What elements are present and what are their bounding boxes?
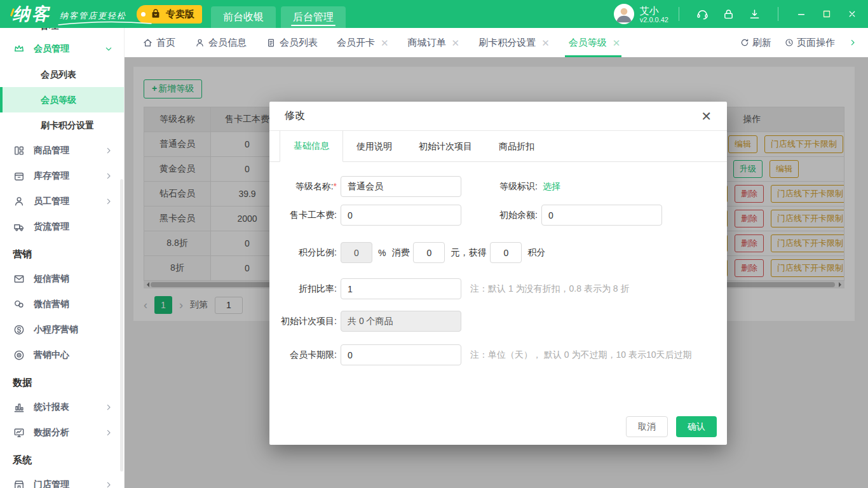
chevron-right-icon (104, 480, 114, 488)
card-term-note: 注：单位（天）， 默认 0 为不过期，10 表示10天后过期 (470, 349, 692, 361)
crown-icon (13, 43, 25, 55)
modal-close-icon[interactable]: ✕ (701, 110, 712, 123)
topnav-前台收银[interactable]: 前台收银 (211, 6, 276, 28)
confirm-button[interactable]: 确认 (676, 416, 717, 437)
modal-tab-使用说明[interactable]: 使用说明 (343, 131, 405, 162)
modal-tabs: 基础信息使用说明初始计次项目商品折扣 (269, 131, 727, 162)
user-name: 艾小 (640, 5, 668, 16)
tab-会员列表[interactable]: 会员列表 (266, 28, 318, 57)
topnav-后台管理[interactable]: 后台管理 (281, 6, 346, 28)
sidebar-item-会员列表[interactable]: 会员列表 (0, 62, 124, 87)
home-icon (142, 37, 153, 48)
wechat-icon (13, 298, 25, 311)
app-logo: 纳客 (13, 6, 51, 23)
tab-scroll-right-icon[interactable] (848, 37, 858, 48)
card-fee-label: 售卡工本费: (276, 210, 337, 221)
user-icon (194, 37, 205, 48)
sidebar-item-统计报表[interactable]: 统计报表 (0, 395, 124, 420)
refresh-button[interactable]: 刷新 (740, 37, 771, 49)
sidebar-item-货流管理[interactable]: 货流管理 (0, 214, 124, 240)
chevron-right-icon (104, 171, 114, 181)
sidebar-item-小程序营销[interactable]: 小程序营销 (0, 317, 124, 342)
card-fee-input[interactable] (341, 205, 461, 226)
badge-dot-icon (141, 12, 146, 17)
sidebar-item-微信营销[interactable]: 微信营销 (0, 292, 124, 317)
points-ratio-label: 积分比例: (276, 247, 337, 259)
monitor-icon (13, 426, 25, 439)
clock-icon (784, 37, 794, 48)
tab-close-icon[interactable]: ✕ (613, 38, 621, 48)
avatar[interactable] (614, 4, 634, 24)
chevron-right-icon (104, 428, 114, 438)
app-window: 纳客 纳客管店更轻松 专卖版 前台收银后台管理 (0, 0, 868, 488)
minimize-button[interactable] (794, 7, 808, 21)
sidebar-item-员工管理[interactable]: 员工管理 (0, 189, 124, 214)
tab-商城订单[interactable]: 商城订单✕ (408, 28, 460, 57)
customer-service-icon[interactable] (696, 8, 709, 21)
sidebar-item-数据分析[interactable]: 数据分析 (0, 420, 124, 445)
modal-tab-基础信息[interactable]: 基础信息 (280, 131, 343, 162)
page-operations-button[interactable]: 页面操作 (784, 37, 835, 49)
sidebar-section-系统: 系统 (0, 445, 124, 472)
chart-icon (13, 401, 25, 414)
consume-amount-input[interactable] (413, 242, 445, 263)
user-info[interactable]: 艾小 v2.0.0.42 (614, 4, 668, 24)
sidebar-section-数据: 数据 (0, 368, 124, 395)
inventory-icon (13, 170, 25, 182)
edition-badge-label: 专卖版 (166, 8, 194, 20)
cancel-button[interactable]: 取消 (626, 416, 668, 437)
shopping-bag-icon (149, 8, 162, 20)
consume-label: 消费 (391, 247, 409, 259)
store-icon (13, 478, 25, 488)
lock-icon[interactable] (722, 8, 735, 21)
chevron-down-icon (104, 44, 114, 54)
level-mark-label: 等级标识: (461, 181, 538, 193)
choose-mark-link[interactable]: 选择 (543, 181, 560, 193)
tab-首页[interactable]: 首页 (142, 28, 175, 57)
discount-note: 注：默认 1 为没有折扣，0.8 表示为 8 折 (470, 283, 629, 295)
goods-icon (13, 144, 25, 157)
sidebar-item-营销中心[interactable]: 营销中心 (0, 342, 124, 368)
download-icon[interactable] (748, 8, 761, 21)
gain-label: 元，获得 (451, 247, 486, 259)
sidebar-item-库存管理[interactable]: 库存管理 (0, 163, 124, 189)
brand-tagline: 纳客管店更轻松 (60, 11, 126, 20)
sidebar-item-短信营销[interactable]: 短信营销 (0, 266, 124, 292)
modal-tab-初始计次项目[interactable]: 初始计次项目 (405, 131, 485, 162)
brand: 纳客 纳客管店更轻松 (13, 6, 126, 23)
tab-close-icon[interactable]: ✕ (381, 38, 389, 48)
edit-level-modal: 修改 ✕ 基础信息使用说明初始计次项目商品折扣 等级名称:* 等级标识: 选择 … (269, 102, 727, 445)
tagline-underline (57, 21, 153, 26)
tab-close-icon[interactable]: ✕ (541, 38, 550, 48)
sidebar-item-会员管理[interactable]: 会员管理 (0, 36, 124, 62)
mail-icon (13, 273, 25, 285)
close-window-button[interactable] (845, 7, 859, 21)
sidebar-item-刷卡积分设置[interactable]: 刷卡积分设置 (0, 112, 124, 138)
sidebar-item-商品管理[interactable]: 商品管理 (0, 138, 124, 163)
sidebar-scrollbar[interactable] (120, 179, 123, 471)
chevron-right-icon (104, 196, 114, 207)
modal-tab-商品折扣[interactable]: 商品折扣 (485, 131, 548, 162)
app-version: v2.0.0.42 (640, 16, 668, 24)
discount-ratio-input[interactable] (341, 278, 461, 299)
sidebar-clipped-label: 管理 (0, 28, 124, 36)
init-balance-input[interactable] (541, 205, 662, 226)
content-area: +新增等级 等级名称售卡工本费操作 普通会员0编辑门店线下开卡限制黄金会员0升级… (125, 57, 868, 488)
gain-points-input[interactable] (490, 242, 522, 263)
sidebar-item-会员等级[interactable]: 会员等级 (0, 87, 124, 112)
init-balance-label: 初始余额: (461, 210, 538, 221)
card-term-input[interactable] (341, 344, 461, 365)
card-term-label: 会员卡期限: (276, 349, 337, 361)
tab-close-icon[interactable]: ✕ (452, 38, 460, 48)
tab-会员信息[interactable]: 会员信息 (194, 28, 247, 57)
tab-刷卡积分设置[interactable]: 刷卡积分设置✕ (478, 28, 550, 57)
tab-会员开卡[interactable]: 会员开卡✕ (337, 28, 389, 57)
maximize-button[interactable] (820, 7, 834, 21)
truck-icon (13, 220, 25, 233)
sidebar-item-门店管理[interactable]: 门店管理 (0, 472, 124, 488)
tab-会员等级[interactable]: 会员等级✕ (569, 28, 621, 57)
level-name-input[interactable] (341, 176, 461, 197)
points-ratio-input (341, 242, 372, 263)
modal-title: 修改 (285, 109, 305, 123)
points-unit-label: 积分 (527, 247, 545, 259)
